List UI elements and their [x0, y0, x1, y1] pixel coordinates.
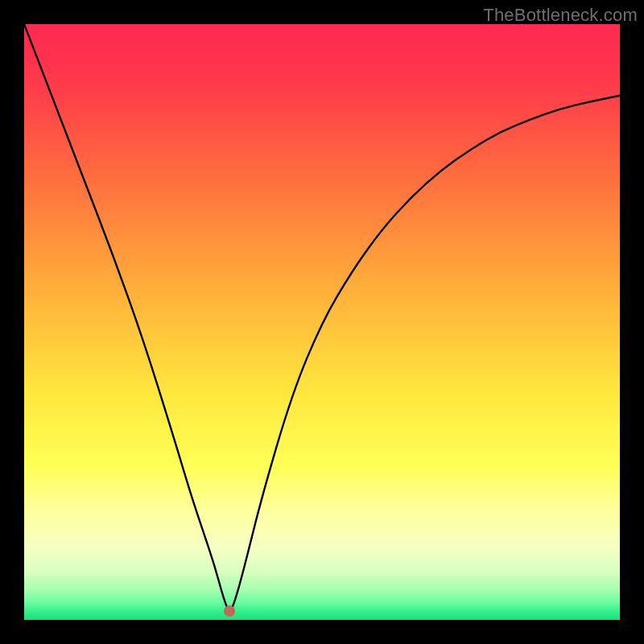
- plot-area: [24, 24, 620, 620]
- optimum-marker: [224, 605, 235, 617]
- chart-frame: TheBottleneck.com: [0, 0, 644, 644]
- watermark-text: TheBottleneck.com: [483, 5, 638, 26]
- bottleneck-curve: [24, 24, 620, 620]
